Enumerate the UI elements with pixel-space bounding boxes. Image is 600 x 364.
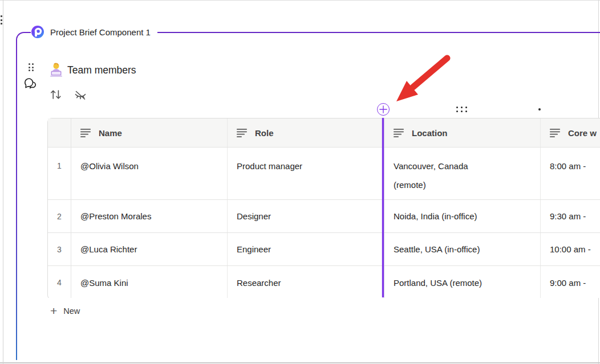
column-header-core[interactable]: Core w [541,118,600,147]
team-table: Name Role Location [47,118,600,298]
row-number[interactable]: 4 [48,266,71,298]
new-row-button[interactable]: + New [50,304,80,318]
text-field-icon [80,128,91,137]
row-number[interactable]: 3 [48,233,71,265]
column-label: Location [412,128,448,138]
cell-name[interactable]: @Luca Richter [71,233,228,265]
comments-icon[interactable] [23,77,38,91]
cell-core-hours[interactable]: 9:00 am - [541,266,600,298]
row-number[interactable]: 1 [48,148,71,199]
table-header-row: Name Role Location [48,118,600,148]
row-number-header [48,118,71,147]
column-drag-handle-icon[interactable] [456,107,468,112]
top-hairline [0,0,600,1]
column-header-location[interactable]: Location [384,118,541,147]
cell-core-hours[interactable]: 10:00 am - [541,233,600,265]
row-number[interactable]: 2 [48,200,71,232]
cell-location[interactable]: Portland, USA (remote) [384,266,541,298]
cell-location[interactable]: Noida, India (in-office) [384,200,541,232]
component-title: Project Brief Component 1 [50,27,151,37]
column-label: Core w [568,128,597,138]
bottom-hairline [0,362,600,363]
column-resize-dot[interactable] [538,108,541,111]
cell-core-hours[interactable]: 8:00 am - [541,148,600,199]
component-border-corner [16,32,31,42]
cell-role[interactable]: Product manager [228,148,384,199]
column-header-role[interactable]: Role [228,118,384,147]
plus-icon: + [50,305,57,317]
block-drag-handle-icon[interactable] [29,63,34,71]
text-field-icon [394,128,404,137]
component-border-left [16,40,17,360]
table-row: 4 @Suma Kini Researcher Portland, USA (r… [48,266,600,298]
insert-column-indicator-line [382,118,384,297]
cell-name[interactable]: @Olivia Wilson [71,148,228,199]
cell-role[interactable]: Researcher [228,266,384,298]
splitter-handle-icon[interactable] [1,15,3,24]
table-row: 1 @Olivia Wilson Product manager Vancouv… [48,148,600,200]
insert-column-button[interactable] [377,103,390,116]
column-label: Role [255,128,274,138]
component-border-top [157,32,600,33]
loop-logo-icon [31,25,44,39]
new-row-label: New [63,306,80,316]
pane-splitter[interactable] [3,0,3,364]
technologist-emoji [48,62,64,77]
cell-core-hours[interactable]: 9:30 am - [541,200,600,232]
text-field-icon [237,128,248,137]
section-title[interactable]: Team members [67,64,136,76]
column-label: Name [99,128,122,138]
table-row: 2 @Preston Morales Designer Noida, India… [48,200,600,233]
cell-location[interactable]: Seattle, USA (in-office) [384,233,541,265]
sort-icon[interactable] [50,88,62,101]
cell-name[interactable]: @Suma Kini [71,266,228,298]
cell-role[interactable]: Engineer [228,233,384,265]
text-field-icon [550,128,561,137]
cell-role[interactable]: Designer [228,200,384,232]
hide-columns-icon[interactable] [73,88,88,102]
loop-page: Project Brief Component 1 Team members [0,0,600,364]
column-header-name[interactable]: Name [71,118,228,147]
table-row: 3 @Luca Richter Engineer Seattle, USA (i… [48,233,600,266]
cell-location[interactable]: Vancouver, Canada (remote) [384,148,541,199]
cell-name[interactable]: @Preston Morales [71,200,228,232]
